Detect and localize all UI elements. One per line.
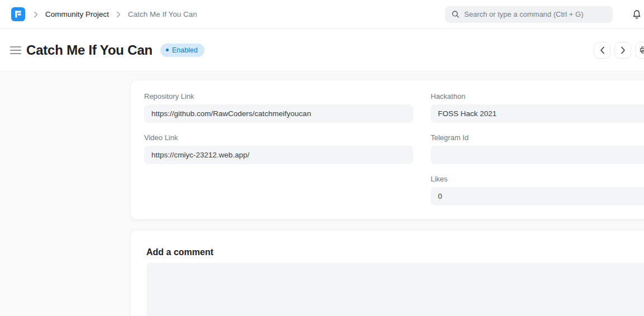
search-icon	[451, 10, 460, 18]
search-input[interactable]	[464, 10, 607, 18]
add-comment-heading: Add a comment	[146, 247, 644, 257]
likes-label: Likes	[431, 175, 644, 184]
details-form: Repository Link Video Link Hackathon Tel…	[144, 92, 644, 205]
form-column-right: Hackathon Telegram Id Likes	[431, 92, 644, 205]
video-link-field: Video Link	[144, 133, 413, 164]
print-button[interactable]	[635, 42, 644, 59]
repository-link-label: Repository Link	[144, 92, 413, 101]
video-link-input[interactable]	[144, 146, 413, 164]
breadcrumb: Community Project Catch Me If You Can	[34, 10, 197, 18]
header-actions	[594, 42, 644, 59]
breadcrumb-item-community-project[interactable]: Community Project	[45, 10, 109, 18]
hackathon-input[interactable]	[431, 104, 644, 123]
app-logo[interactable]	[11, 7, 25, 22]
details-card: Repository Link Video Link Hackathon Tel…	[131, 80, 644, 219]
telegram-id-field: Telegram Id	[431, 133, 644, 164]
form-column-left: Repository Link Video Link	[144, 92, 413, 205]
chevron-right-icon	[621, 46, 626, 54]
likes-input[interactable]	[431, 187, 644, 205]
telegram-id-input[interactable]	[431, 146, 644, 164]
comment-input[interactable]	[146, 263, 644, 316]
page-title: Catch Me If You Can	[26, 42, 152, 58]
comments-card: Add a comment	[131, 231, 644, 316]
global-search[interactable]	[445, 6, 613, 23]
page-header: Catch Me If You Can Enabled	[0, 29, 644, 71]
status-badge-label: Enabled	[172, 46, 198, 54]
hackathon-label: Hackathon	[431, 92, 644, 101]
video-link-label: Video Link	[144, 133, 413, 142]
repository-link-input[interactable]	[144, 104, 413, 123]
status-dot-icon	[166, 49, 169, 51]
bell-icon	[632, 9, 642, 20]
hackathon-field: Hackathon	[431, 92, 644, 123]
chevron-right-icon	[34, 11, 38, 18]
likes-field: Likes	[431, 175, 644, 205]
main-content: Repository Link Video Link Hackathon Tel…	[0, 72, 644, 316]
telegram-id-label: Telegram Id	[431, 133, 644, 142]
notifications-button[interactable]	[631, 8, 642, 21]
top-navbar: Community Project Catch Me If You Can	[0, 0, 644, 29]
next-document-button[interactable]	[614, 42, 631, 59]
printer-icon	[639, 45, 644, 55]
status-badge: Enabled	[160, 44, 204, 57]
prev-document-button[interactable]	[594, 42, 610, 59]
repository-link-field: Repository Link	[144, 92, 413, 123]
frappe-logo-icon	[11, 7, 25, 21]
breadcrumb-item-current[interactable]: Catch Me If You Can	[128, 10, 197, 18]
chevron-right-icon	[116, 11, 121, 18]
sidebar-toggle-icon[interactable]	[10, 46, 21, 54]
chevron-left-icon	[600, 46, 605, 54]
